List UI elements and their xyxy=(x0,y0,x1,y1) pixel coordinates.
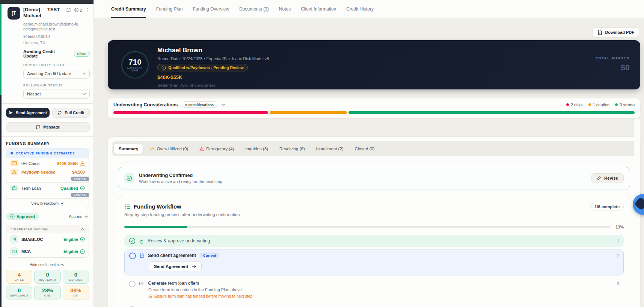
legend-risks: 2 risks xyxy=(566,103,583,107)
workflow-step-4[interactable]: Review Over Utilized & email paydown req… xyxy=(124,304,624,307)
stat-utilization: 23%UTIL xyxy=(34,286,60,299)
estimate-value: $4,500 xyxy=(72,170,85,174)
legend-label: 2 risks xyxy=(571,103,583,107)
subtab-label: Closed (0) xyxy=(355,147,375,151)
send-icon xyxy=(9,110,13,115)
subtab-label: Revolving (6) xyxy=(279,147,305,151)
actions-menu[interactable]: Actions xyxy=(69,214,88,219)
check-circle-icon xyxy=(80,186,85,191)
considerations-title: Underwriting Considerations xyxy=(113,102,178,107)
considerations-bar xyxy=(113,111,635,114)
warning-icon xyxy=(199,147,204,151)
message-button[interactable]: Message xyxy=(6,122,90,132)
workflow-step-2[interactable]: Send client agreement Current Send Agree… xyxy=(124,250,624,275)
bank-icon xyxy=(10,235,18,243)
subtab-installment[interactable]: Installment (2) xyxy=(311,144,348,154)
tab-funding-overview[interactable]: Funding Overview xyxy=(193,0,229,18)
engine-badge: ENGINE xyxy=(71,193,89,197)
tab-client-information[interactable]: Client Information xyxy=(301,0,336,18)
established-funding-card: Established Funding SBA/BLOC Eligible MC… xyxy=(6,225,89,258)
chevron-down-icon xyxy=(60,202,64,204)
stat-value: 4 xyxy=(18,272,21,278)
hide-credit-health-link[interactable]: Hide credit health xyxy=(0,263,94,267)
step-radio-icon[interactable] xyxy=(129,281,136,287)
chevron-down-icon[interactable] xyxy=(221,103,225,106)
chat-icon xyxy=(36,125,41,130)
step-number: 2 xyxy=(617,253,619,272)
step-number: 3 xyxy=(617,281,619,298)
contact-name-line2: Michael xyxy=(23,13,45,19)
strong-dot-icon xyxy=(615,103,618,106)
subtab-over-utilized[interactable]: Over-Utilized (0) xyxy=(145,144,193,154)
subtab-derogatory[interactable]: Derogatory (4) xyxy=(195,144,239,154)
subtab-summary[interactable]: Summary xyxy=(114,144,143,154)
subtab-revolving[interactable]: Revolving (6) xyxy=(274,144,310,154)
briefcase-icon xyxy=(10,185,18,191)
workflow-subtitle: Step-by-step funding process after under… xyxy=(124,212,624,217)
tab-credit-summary[interactable]: Credit Summary xyxy=(111,0,146,18)
tab-funding-plan[interactable]: Funding Plan xyxy=(156,0,183,18)
chevron-up-icon xyxy=(60,264,64,266)
creative-funding-label: CREATIVE FUNDING ESTIMATES xyxy=(16,151,75,155)
established-label: MCA xyxy=(21,249,31,254)
send-agreement-label: Send Agreement xyxy=(16,110,47,115)
step-radio-icon[interactable] xyxy=(129,253,136,259)
tab-credit-history[interactable]: Credit History xyxy=(346,0,374,18)
open-external-icon[interactable] xyxy=(66,8,71,12)
more-menu-icon[interactable]: ⋮ xyxy=(85,8,90,12)
chevron-down-icon xyxy=(82,93,86,95)
chevron-down-icon xyxy=(84,215,88,218)
tab-documents[interactable]: Documents (3) xyxy=(239,0,269,18)
view-breakdown-link[interactable]: View breakdown xyxy=(6,199,89,208)
followup-status-select[interactable]: Not set xyxy=(23,89,90,99)
stat-label: DEROGS xyxy=(69,278,82,281)
step-warning-label: Ensure term loan has funded before movin… xyxy=(154,294,253,298)
workflow-complete-badge: 1/8 complete xyxy=(590,203,624,210)
caution-dot-icon xyxy=(588,103,591,106)
opportunity-stage-select[interactable]: Awaiting Credit Update xyxy=(23,69,90,79)
legend-label: 3 strong xyxy=(620,103,635,107)
pencil-icon xyxy=(597,176,601,180)
caution-segment xyxy=(270,111,347,114)
subtab-closed[interactable]: Closed (0) xyxy=(350,144,380,154)
step-subtitle: Create term loan entries in the Funding … xyxy=(148,287,613,292)
funding-summary-title: FUNDING SUMMARY xyxy=(0,137,94,146)
stat-value: 0 xyxy=(74,272,77,278)
engine-badge: ENGINE xyxy=(71,177,89,181)
approved-badge: Approved xyxy=(6,213,39,220)
goal-count[interactable]: 2 xyxy=(74,8,82,12)
considerations-count-badge: 6 considerations xyxy=(182,101,218,108)
stat-value: 0 xyxy=(18,288,21,293)
creative-funding-header: CREATIVE FUNDING ESTIMATES xyxy=(6,148,89,158)
send-agreement-step-button[interactable]: Send Agreement xyxy=(149,262,202,271)
arrow-right-icon xyxy=(192,265,196,268)
stat-dti: 38%DTI xyxy=(63,286,89,299)
established-label: SBA/BLOC xyxy=(21,237,43,242)
revise-button[interactable]: Revise xyxy=(591,173,624,183)
client-name: Michael Brown xyxy=(157,47,269,54)
established-funding-header[interactable]: Established Funding xyxy=(6,225,89,233)
goal-count-value: 2 xyxy=(80,8,82,12)
view-breakdown-label: View breakdown xyxy=(31,201,59,206)
subtab-inquiries[interactable]: Inquiries (3) xyxy=(240,144,273,154)
total-funded-value: $0 xyxy=(596,63,630,73)
hide-credit-health-label: Hide credit health xyxy=(30,263,59,267)
subtab-label: Over-Utilized (0) xyxy=(157,147,188,151)
opportunity-stage-label: OPPORTUNITY STAGE xyxy=(23,63,90,67)
risk-dot-icon xyxy=(566,103,569,106)
strong-segment xyxy=(348,111,635,114)
contact-profile: [T [Demo] Michael TEST 2 xyxy=(0,4,94,99)
contact-phone[interactable]: +15550010010 xyxy=(23,34,90,39)
warning-icon xyxy=(10,169,18,175)
pull-credit-button[interactable]: Pull Credit xyxy=(52,108,90,118)
estimate-label: 0% Cards xyxy=(21,161,39,166)
cash-icon xyxy=(139,281,144,286)
workflow-step-3[interactable]: Generate term loan offers Create term lo… xyxy=(124,278,624,301)
score-gauge: 710 EXPERIAN FAIR xyxy=(121,51,149,79)
tab-notes[interactable]: Notes xyxy=(279,0,291,18)
progress-percent: 13% xyxy=(614,225,624,229)
send-agreement-button[interactable]: Send Agreement xyxy=(6,108,50,118)
contact-email[interactable]: demo.michael.brown@demo-fundingmachine.t… xyxy=(23,22,80,32)
download-pdf-button[interactable]: Download PDF xyxy=(593,27,639,37)
workflow-step-1[interactable]: Review & approve underwriting 1 xyxy=(124,235,624,247)
